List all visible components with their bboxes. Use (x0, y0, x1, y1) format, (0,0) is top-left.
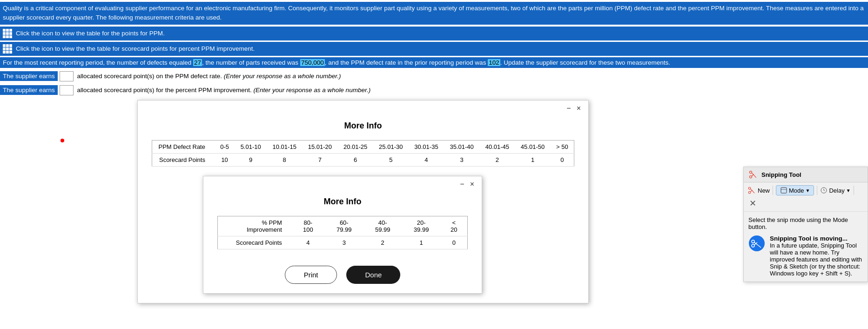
improvement-row-points: Scorecard Points 4 3 2 1 0 (218, 236, 468, 249)
modal-ppm-defect: − × More Info PPM Defect Rate 0-5 5.01-1… (137, 100, 589, 303)
col-60-79: 60-79.99 (325, 216, 363, 236)
points-5: 5 (373, 154, 409, 167)
new-label: New (758, 187, 770, 194)
col-0-5: 0-5 (215, 141, 235, 154)
answer-row-1: The supplier earns allocated scorecard p… (0, 70, 868, 83)
ppm-defect-table: PPM Defect Rate 0-5 5.01-10 10.01-15 15.… (152, 140, 574, 167)
imp-points-0: 0 (441, 236, 468, 249)
svg-line-3 (752, 174, 754, 176)
main-content: Quality is a critical component of evalu… (0, 0, 868, 100)
grid-icon-2[interactable] (3, 44, 12, 54)
moving-text: In a future update, Snipping Tool will h… (770, 242, 863, 277)
snipping-title: Snipping Tool (761, 171, 801, 178)
svg-rect-8 (781, 188, 787, 193)
col-35-40: 35.01-40 (444, 141, 479, 154)
modal2-close-button[interactable]: × (467, 179, 477, 189)
grid-icon-1[interactable] (3, 29, 12, 38)
mode-label: Mode (789, 187, 804, 194)
row2-input[interactable] (60, 85, 74, 95)
table-row-headers: PPM Defect Rate 0-5 5.01-10 10.01-15 15.… (152, 141, 574, 154)
modal1-minimize-button[interactable]: − (564, 103, 573, 114)
answer-row-2: The supplier earns allocated scorecard p… (0, 84, 868, 97)
scissors-icon (747, 186, 756, 195)
mode-chevron: ▼ (806, 188, 810, 193)
icon-row2-label: Click the icon to view the the table for… (16, 45, 255, 52)
col-gt50: > 50 (551, 141, 574, 154)
points-6: 6 (338, 154, 373, 167)
col-25-30: 25.01-30 (373, 141, 409, 154)
modal2-title: More Info (203, 192, 482, 216)
modal1-close-button[interactable]: × (574, 103, 584, 114)
points-2: 2 (479, 154, 515, 167)
snipping-mode-button[interactable]: Mode ▼ (776, 185, 814, 195)
row2-note: (Enter your response as a whole number.) (254, 87, 371, 94)
points-4: 4 (409, 154, 444, 167)
col-10-15: 10.01-15 (267, 141, 302, 154)
snipping-moving-info: Snipping Tool is moving... In a future u… (770, 235, 863, 277)
points-3: 3 (444, 154, 479, 167)
snipping-message: Select the snip mode using the Mode butt… (748, 216, 863, 230)
points-9: 9 (235, 154, 267, 167)
col-label-improvement: % PPM Improvement (218, 216, 291, 236)
print-button[interactable]: Print (285, 266, 337, 284)
improvement-row-headers: % PPM Improvement 80-100 60-79.99 40-59.… (218, 216, 468, 236)
modal2-minimize-button[interactable]: − (457, 179, 467, 189)
delay-chevron: ▼ (846, 188, 851, 193)
icon-row-ppm[interactable]: Click the icon to view the table for the… (0, 27, 868, 40)
row2-suffix: allocated scorecard point(s) for the per… (75, 87, 254, 94)
done-button[interactable]: Done (346, 266, 400, 284)
snipping-moving-section: Snipping Tool is moving... In a future u… (748, 235, 863, 277)
col-45-50: 45.01-50 (515, 141, 550, 154)
row2-prefix: The supplier earns (0, 85, 58, 95)
imp-points-2: 2 (363, 236, 402, 249)
points-7: 7 (302, 154, 337, 167)
snipping-delay-button[interactable]: Delay ▼ (820, 187, 850, 194)
question-row: For the most recent reporting period, th… (0, 57, 868, 68)
col-5-10: 5.01-10 (235, 141, 267, 154)
snipping-tool-panel: Snipping Tool New Mode ▼ (743, 167, 868, 282)
imp-points-4: 4 (291, 236, 325, 249)
row1-suffix: allocated scorecard point(s) on the PPM … (75, 73, 224, 80)
svg-line-7 (750, 190, 752, 192)
col-label-points: Scorecard Points (152, 154, 215, 167)
col-40-45: 40.01-45 (479, 141, 515, 154)
svg-point-13 (749, 235, 765, 251)
separator-1 (773, 186, 773, 195)
clock-icon (820, 187, 828, 194)
ppm-prior-value: 102 (488, 59, 500, 66)
close-placeholder: ✕ (747, 198, 758, 208)
table-row-points: Scorecard Points 10 9 8 7 6 5 4 3 2 1 0 (152, 154, 574, 167)
defects-value: 27 (193, 59, 202, 66)
snipping-moving-icon (748, 235, 765, 252)
points-0: 0 (551, 154, 574, 167)
separator-3 (854, 186, 854, 195)
row1-input[interactable] (60, 71, 74, 81)
col-30-35: 30.01-35 (409, 141, 444, 154)
red-dot (61, 139, 64, 142)
col-20-39: 20-39.99 (402, 216, 441, 236)
snipping-new-button[interactable]: New (747, 186, 770, 195)
modal1-title: More Info (138, 116, 588, 140)
imp-points-3: 3 (325, 236, 363, 249)
snipping-titlebar: Snipping Tool (744, 167, 868, 182)
imp-points-1: 1 (402, 236, 441, 249)
snipping-toolbar: New Mode ▼ Delay ▼ ✕ (744, 182, 868, 212)
snipping-body: Select the snip mode using the Mode butt… (744, 212, 868, 282)
improvement-table: % PPM Improvement 80-100 60-79.99 40-59.… (217, 216, 468, 249)
question-suffix: . Update the supplier scorecard for thes… (500, 59, 670, 66)
question-mid1: , the number of parts received was (202, 59, 300, 66)
parts-value: 750,000 (300, 59, 325, 66)
row1-prefix: The supplier earns (0, 71, 58, 81)
intro-text: Quality is a critical component of evalu… (3, 5, 864, 21)
icon-row-improvement[interactable]: Click the icon to view the the table for… (0, 42, 868, 56)
question-prefix: For the most recent reporting period, th… (3, 59, 193, 66)
row1-note: (Enter your response as a whole number.) (224, 73, 341, 80)
col-15-20: 15.01-20 (302, 141, 337, 154)
delay-label: Delay (829, 187, 844, 194)
modal2-buttons: Print Done (203, 259, 482, 293)
moving-title: Snipping Tool is moving... (770, 235, 863, 242)
icon-row1-label: Click the icon to view the table for the… (16, 30, 165, 37)
col-80-100: 80-100 (291, 216, 325, 236)
snipping-icon (748, 170, 758, 179)
modal-ppm-improvement: − × More Info % PPM Improvement 80-100 6… (203, 176, 482, 294)
